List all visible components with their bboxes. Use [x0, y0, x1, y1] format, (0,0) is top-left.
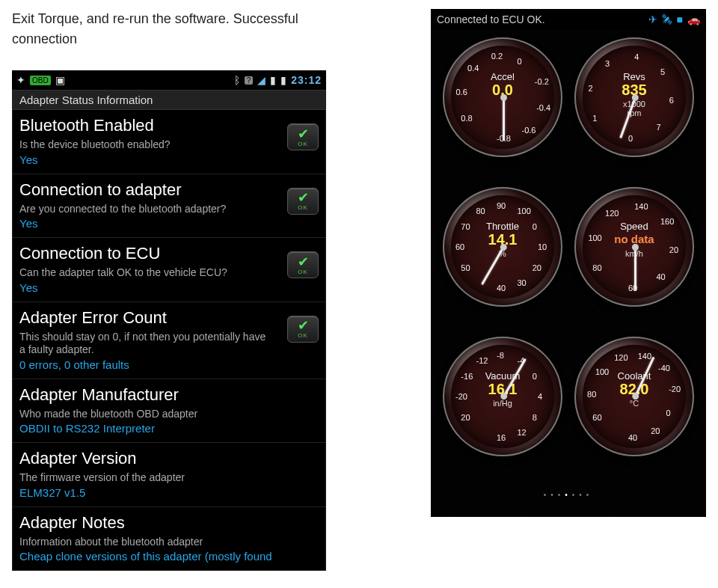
gauge-tick: 8 [533, 413, 537, 422]
gauge-statusbar: Connected to ECU OK. ✈ 🛰 ■ 🚗 [431, 9, 706, 30]
gauge-tick: 0.2 [491, 52, 503, 61]
ok-badge: ✔ OK [287, 188, 319, 215]
status-desc: Who made the bluetooth OBD adapter [19, 408, 266, 421]
car-icon[interactable]: 🚗 [687, 13, 700, 25]
gauge-face: Revs835x1000rpm12345670 [583, 46, 686, 149]
gauge-face: Speedno datakm/h80100120140160204060 [583, 195, 686, 298]
gauge-face: Throttle14.1%5060708090100010203040 [451, 195, 554, 298]
status-item[interactable]: Bluetooth Enabled Is the device bluetoot… [12, 110, 326, 174]
gauge-tick: 70 [461, 222, 470, 231]
gauge-tick: 20 [669, 245, 678, 254]
gauge-tick: 120 [605, 209, 619, 218]
status-desc: Is the device bluetooth enabled? [19, 138, 266, 152]
gauge-throttle[interactable]: Throttle14.1%5060708090100010203040 [443, 187, 562, 307]
clock: 23:12 [291, 74, 322, 86]
camera-icon[interactable]: ■ [677, 13, 683, 25]
gauge-face: Accel0.00.80.60.40.20-0.2-0.4-0.6-0.8 [451, 46, 554, 149]
gauge-tick: 20 [461, 413, 470, 422]
status-list[interactable]: Bluetooth Enabled Is the device bluetoot… [12, 110, 326, 571]
ok-text: OK [298, 204, 308, 211]
gauge-tick: 80 [592, 263, 601, 272]
gauge-tick: -16 [461, 372, 473, 381]
gauge-tick: 60 [592, 413, 601, 422]
gauge-tick: -0.2 [535, 77, 549, 86]
ok-badge: ✔ OK [287, 316, 319, 343]
gauge-tick: -12 [476, 356, 488, 365]
status-value: Yes [19, 153, 319, 166]
gps-icon[interactable]: ✈ [648, 13, 657, 25]
status-item[interactable]: Adapter Error Count This should stay on … [12, 302, 326, 379]
gauge-tick: 20 [533, 263, 541, 272]
status-title: Connection to ECU [19, 244, 319, 263]
gauge-tick: 6 [669, 96, 674, 105]
gauge-tick: 140 [638, 352, 651, 361]
status-item[interactable]: Connection to adapter Are you connected … [12, 174, 326, 239]
satellite-icon[interactable]: 🛰 [662, 13, 672, 25]
status-value: Cheap clone versions of this adapter (mo… [19, 550, 319, 563]
notif-icon: ? [245, 76, 254, 85]
phone-right: Connected to ECU OK. ✈ 🛰 ■ 🚗 Accel0.00.8… [431, 9, 706, 517]
status-item[interactable]: Adapter Manufacturer Who made the blueto… [12, 379, 326, 444]
gauge-accel[interactable]: Accel0.00.80.60.40.20-0.2-0.4-0.6-0.8 [443, 37, 562, 157]
gauge-tick: 0.6 [455, 88, 467, 97]
gauge-tick: 0 [533, 372, 537, 381]
caption-line1: Exit Torque, and re-run the software. Su… [12, 11, 298, 26]
gauge-tick: 100 [518, 206, 531, 215]
gauge-tick: -20 [669, 385, 681, 393]
gauge-tick: 160 [660, 217, 674, 226]
caption-line2: connection [12, 31, 77, 46]
status-desc: Are you connected to the bluetooth adapt… [19, 203, 266, 216]
gauge-face: Coolant82.0°C6080100120140-40-2002040 [583, 345, 686, 448]
gauge-tick: 90 [497, 201, 506, 210]
check-icon: ✔ [298, 319, 309, 332]
gauge-dashboard[interactable]: Accel0.00.80.60.40.20-0.2-0.4-0.6-0.8Rev… [431, 30, 706, 517]
gauge-tick: -0.6 [521, 126, 536, 135]
status-desc: Can the adapter talk OK to the vehicle E… [19, 266, 266, 280]
status-value: OBDII to RS232 Interpreter [19, 422, 319, 435]
gauge-tick: 80 [476, 206, 485, 215]
wifi-icon: ◢ [257, 74, 266, 86]
gauge-face: Vacuum16.1in/Hg20-20-16-12-8-40481216 [451, 345, 554, 448]
status-item[interactable]: Connection to ECU Can the adapter talk O… [12, 238, 326, 302]
status-item[interactable]: Adapter Notes Information about the blue… [12, 507, 326, 572]
gauge-label: Revs [583, 71, 686, 82]
status-title: Bluetooth Enabled [19, 116, 319, 135]
ok-badge: ✔ OK [287, 251, 319, 278]
check-icon: ✔ [298, 255, 309, 269]
status-value: 0 errors, 0 other faults [19, 358, 319, 371]
status-value: ELM327 v1.5 [19, 486, 319, 499]
status-title: Adapter Notes [19, 513, 319, 533]
gauge-tick: 50 [461, 263, 470, 272]
gauge-tick: -0.4 [536, 103, 550, 112]
gauge-tick: 30 [518, 278, 527, 287]
gauge-needle [634, 247, 636, 290]
ok-text: OK [298, 269, 308, 275]
gauge-tick: 100 [595, 367, 609, 376]
gauge-tick: 80 [587, 390, 596, 399]
gauge-tick: 0 [518, 57, 522, 66]
gauge-tick: 2 [588, 84, 592, 93]
gallery-icon: ▣ [55, 74, 65, 86]
status-item[interactable]: Adapter Version The firmware version of … [12, 443, 326, 507]
gauge-revs[interactable]: Revs835x1000rpm12345670 [574, 37, 694, 157]
gauge-tick: 4 [634, 52, 639, 61]
gauge-tick: -8 [497, 351, 504, 360]
status-title: Adapter Error Count [19, 308, 319, 328]
phone-left: ✦ OBD ▣ ᛒ ? ◢ ▮ ▮ 23:12 Adapter Status I… [12, 70, 326, 571]
bluetooth-icon: ᛒ [234, 74, 240, 86]
gauge-speed[interactable]: Speedno datakm/h80100120140160204060 [574, 187, 694, 307]
battery-icon: ▮ [280, 74, 286, 86]
android-statusbar: ✦ OBD ▣ ᛒ ? ◢ ▮ ▮ 23:12 [12, 70, 326, 90]
gauge-unit: °C [583, 399, 686, 408]
ok-text: OK [298, 332, 308, 339]
gauge-tick: 10 [538, 242, 547, 251]
gauge-tick: 16 [497, 433, 506, 442]
gauge-tick: 40 [628, 433, 637, 442]
gauge-tick: 40 [497, 284, 506, 293]
gauge-vacuum[interactable]: Vacuum16.1in/Hg20-20-16-12-8-40481216 [443, 337, 562, 456]
status-value: Yes [19, 281, 319, 294]
gauge-tick: 1 [592, 114, 597, 123]
gauge-tick: 60 [455, 242, 464, 251]
gauge-coolant[interactable]: Coolant82.0°C6080100120140-40-2002040 [574, 337, 694, 456]
section-header: Adapter Status Information [12, 90, 326, 110]
